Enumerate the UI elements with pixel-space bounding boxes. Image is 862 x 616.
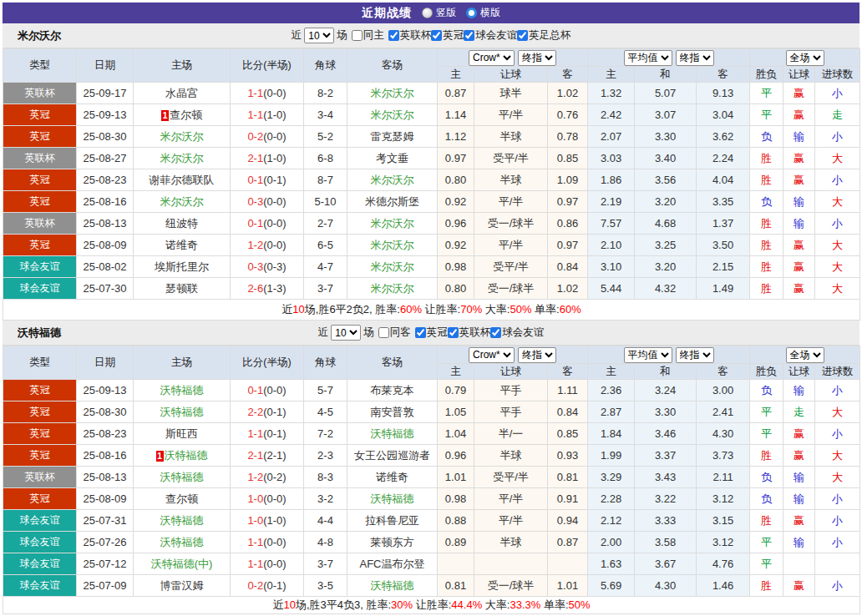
recent-label: 近 (318, 326, 329, 340)
match-date: 25-08-30 (77, 126, 134, 148)
eu-home-odds: 3.29 (588, 467, 635, 488)
ah-home-odds: 0.98 (438, 488, 474, 510)
result-wdl: 平 (750, 83, 783, 104)
ah-handicap: 半球 (474, 445, 548, 467)
eu-home-odds: 2.42 (588, 104, 635, 126)
ah-away-odds: 0.84 (548, 256, 588, 278)
competition-checkbox[interactable] (448, 327, 459, 338)
same-venue-filter[interactable]: 同主 (352, 28, 384, 43)
away-team-cell: 沃特福德 (347, 575, 438, 597)
competition-checkbox[interactable] (517, 30, 528, 41)
competition-badge-label: 球会友谊 (20, 536, 60, 548)
competition-filter[interactable]: 球会友谊 (490, 326, 544, 340)
matches-label: 场 (337, 28, 347, 43)
match-count-select[interactable]: 10 (331, 325, 361, 341)
summary-segment: 10 (283, 598, 295, 611)
away-team-name: 米尔沃尔 (371, 217, 414, 230)
matches-table: 类型 日期 主场 比分(半场) 角球 客场 Crow*终指 平均值终指 全场 (3, 48, 860, 321)
eu-away-odds: 2.24 (697, 148, 750, 169)
result-wdl: 胜 (750, 278, 783, 300)
odds-stage-select[interactable]: 终指 (518, 347, 556, 363)
odds-company-select[interactable]: Crow* (469, 347, 515, 363)
competition-filter[interactable]: 英联杯 (448, 326, 491, 340)
ah-away-odds: 0.93 (548, 445, 588, 467)
competition-filter[interactable]: 英联杯 (388, 28, 432, 43)
competition-filter[interactable]: 英足总杯 (517, 28, 570, 43)
halftime-score: (0-1) (263, 174, 286, 186)
result-handicap: 输 (783, 213, 815, 235)
ah-handicap: 半球 (474, 126, 548, 148)
home-team-name: 瑟顿联 (165, 282, 198, 295)
corners: 3-5 (304, 575, 347, 597)
competition-filter[interactable]: 球会友谊 (464, 28, 517, 43)
same-venue-checkbox[interactable] (352, 30, 363, 41)
away-team-name: 米尔沃尔 (371, 282, 414, 295)
result-wdl: 胜 (750, 148, 783, 169)
result-handicap: 赢 (783, 83, 815, 104)
competition-type-cell: 英联杯 (3, 213, 77, 235)
match-count-select[interactable]: 10 (304, 28, 334, 43)
same-venue-filter[interactable]: 同客 (378, 326, 411, 340)
home-team-cell: 瑟顿联 (134, 278, 231, 300)
layout-horizontal-radio[interactable]: 横版 (466, 6, 500, 20)
summary-text: 近10场,胜6平2负2, 胜率:60% 让胜率:70% 大率:50% 单率:60… (3, 300, 860, 321)
avg-odds-group-header: 平均值终指 (588, 346, 750, 364)
away-team-cell: 沃特福德 (347, 488, 438, 510)
away-team-name: 沃特福德 (371, 579, 414, 592)
away-team-name: 考文垂 (376, 152, 408, 164)
result-handicap: 输 (783, 191, 815, 213)
summary-segment: 30% (391, 598, 413, 611)
competition-badge-label: 英冠 (30, 239, 50, 250)
summary-segment: 70% (460, 303, 482, 316)
radio-icon[interactable] (422, 8, 433, 18)
avg-stage-select[interactable]: 终指 (676, 347, 714, 363)
competition-checkbox[interactable] (490, 327, 501, 338)
competition-badge-label: 球会友谊 (20, 558, 60, 569)
result-goals: 小 (815, 83, 860, 104)
away-team-cell: 布莱克本 (347, 380, 438, 401)
fulltime-score: 2-6 (247, 282, 263, 295)
halftime-score: (0-0) (263, 195, 286, 208)
halftime-score: (1-0) (263, 109, 286, 121)
competition-filter[interactable]: 英冠 (431, 28, 464, 43)
avg-stage-select[interactable]: 终指 (676, 50, 714, 66)
competition-badge-label: 英联杯 (25, 471, 55, 482)
away-team-cell: 米尔沃尔 (347, 83, 438, 104)
competition-filter[interactable]: 英冠 (415, 326, 448, 340)
ah-home-odds: 0.87 (438, 83, 474, 104)
layout-vertical-radio[interactable]: 竖版 (422, 6, 456, 20)
competition-checkbox[interactable] (415, 327, 426, 338)
eu-away-odds: 4.30 (697, 423, 750, 445)
competition-checkbox[interactable] (388, 30, 399, 41)
match-date: 25-08-09 (77, 235, 134, 256)
summary-segment: 让胜率: (422, 303, 460, 316)
avg-odds-select[interactable]: 平均值 (624, 347, 672, 363)
result-handicap: 输 (783, 126, 815, 148)
competition-type-cell: 英冠 (3, 169, 77, 191)
eu-draw-odds: 3.56 (635, 169, 697, 191)
scope-select[interactable]: 全场 (786, 347, 824, 363)
ah-home-odds: 0.96 (438, 213, 474, 235)
eu-draw-odds: 3.46 (635, 423, 697, 445)
home-team-cell: 沃特福德 (134, 532, 231, 553)
scope-select[interactable]: 全场 (786, 50, 824, 66)
score-cell: 1-2(0-2) (231, 467, 304, 488)
avg-odds-select[interactable]: 平均值 (624, 50, 672, 66)
odds-company-select[interactable]: Crow* (469, 50, 515, 66)
result-goals: 小 (815, 423, 860, 445)
ah-home-odds: 1.01 (438, 467, 474, 488)
away-team-cell: 女王公园巡游者 (347, 445, 438, 467)
eu-away-odds: 1.49 (697, 278, 750, 300)
competition-checkbox[interactable] (464, 30, 474, 41)
same-venue-checkbox[interactable] (378, 327, 389, 338)
competition-type-cell: 英冠 (3, 401, 77, 423)
match-date: 25-08-30 (77, 401, 134, 423)
competition-type-cell: 英冠 (3, 423, 77, 445)
result-wdl: 胜 (750, 256, 783, 278)
competition-checkbox[interactable] (431, 30, 442, 41)
eu-away-odds: 3.35 (697, 191, 750, 213)
eu-draw-odds: 3.24 (635, 380, 697, 401)
odds-stage-select[interactable]: 终指 (518, 50, 556, 66)
eu-away-odds: 3.50 (697, 235, 750, 256)
radio-icon[interactable] (466, 8, 477, 18)
